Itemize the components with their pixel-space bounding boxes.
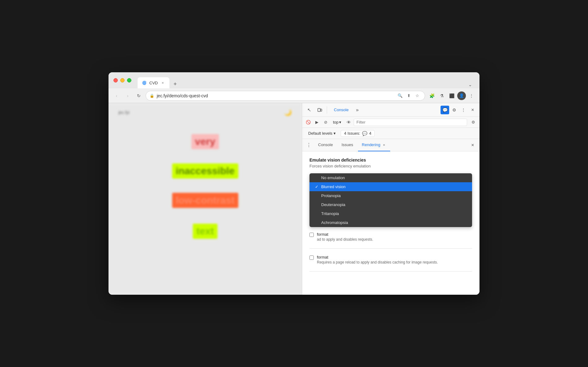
lock-icon: 🔒 — [150, 94, 154, 98]
address-actions: 🔍 ⬆ ☆ — [396, 92, 421, 99]
toolbar-separator — [327, 106, 327, 114]
checkbox-1-desc: ad to apply and disables requests. — [317, 237, 373, 242]
tab-title: CVD — [149, 81, 158, 85]
dropdown-option-protanopia[interactable]: Protanopia — [309, 191, 472, 200]
top-context-select[interactable]: top ▾ — [330, 119, 344, 125]
issues-bar: Default levels ▾ 4 Issues: 💬 4 — [302, 128, 479, 139]
refresh-button[interactable]: ↻ — [134, 91, 143, 100]
message-button[interactable]: 💬 — [441, 106, 449, 114]
minimize-traffic-light[interactable] — [120, 78, 125, 82]
text-text: text — [193, 224, 218, 239]
vision-dropdown-open: No emulation ✓ Blurred vision Protanopia — [309, 173, 472, 227]
page-logo: jec.fyi — [118, 110, 130, 115]
dropdown-option-blurred-vision[interactable]: ✓ Blurred vision — [309, 182, 472, 191]
issues-icon: 💬 — [362, 131, 367, 136]
dropdown-option-achromatopsia[interactable]: Achromatopsia — [309, 218, 472, 227]
page-content: jec.fyi 🌙 very inaccessible low-contrast… — [109, 103, 302, 295]
checkbox-2[interactable] — [309, 255, 314, 260]
issues-number: 4 — [369, 131, 371, 136]
checkbox-row-2: format Requires a page reload to apply a… — [309, 255, 472, 265]
menu-icon[interactable]: ⋮ — [467, 91, 476, 100]
sub-tab-more-button[interactable]: ⋮ — [305, 141, 313, 150]
device-toggle-button[interactable] — [315, 105, 324, 115]
rendering-tab-close[interactable]: × — [381, 142, 386, 147]
dropdown-option-tritanopia[interactable]: Tritanopia — [309, 209, 472, 218]
checkbox-row-1: format ad to apply and disables requests… — [309, 232, 472, 242]
inspect-element-button[interactable]: ↖ — [305, 105, 314, 115]
split-view-icon[interactable]: ⬛ — [447, 91, 456, 100]
checkbox-2-text: format Requires a page reload to apply a… — [317, 255, 438, 265]
title-bar: 🌀 CVD × + ⌄ — [109, 72, 479, 88]
devtools-right-actions: 💬 ⚙ ⋮ × — [441, 106, 477, 114]
top-dropdown-arrow: ▾ — [339, 120, 341, 124]
clear-console-button[interactable]: 🚫 — [305, 119, 312, 126]
more-options-button[interactable]: ⋮ — [459, 106, 468, 114]
devtools-toolbar: ↖ Console » 💬 ⚙ ⋮ — [302, 103, 479, 117]
checkbox-1[interactable] — [309, 233, 314, 237]
devtools-close-button[interactable]: × — [468, 106, 477, 114]
console-tab[interactable]: Console — [330, 106, 353, 114]
eye-button[interactable]: 👁 — [345, 119, 352, 126]
moon-icon: 🌙 — [284, 109, 292, 116]
devtools-panel: ↖ Console » 💬 ⚙ ⋮ — [302, 103, 479, 295]
profile-button[interactable]: 👤 — [457, 91, 466, 100]
extensions-icon[interactable]: 🧩 — [428, 91, 436, 100]
checkbox-2-desc: Requires a page reload to apply and disa… — [317, 259, 438, 265]
run-button[interactable]: ▶ — [313, 119, 321, 126]
checkbox-section-2: format Requires a page reload to apply a… — [309, 255, 472, 272]
main-area: jec.fyi 🌙 very inaccessible low-contrast… — [109, 103, 479, 295]
more-tabs-button[interactable]: » — [353, 106, 362, 114]
maximize-traffic-light[interactable] — [127, 78, 131, 82]
dropdown-option-no-emulation[interactable]: No emulation — [309, 173, 472, 182]
svg-rect-0 — [318, 108, 320, 112]
lab-icon[interactable]: ⚗ — [437, 91, 446, 100]
dropdown-option-deuteranopia[interactable]: Deuteranopia — [309, 200, 472, 209]
top-context-label: top — [333, 120, 339, 124]
filter-input[interactable] — [354, 119, 467, 126]
sub-tab-rendering[interactable]: Rendering × — [358, 139, 390, 151]
sub-tabs-bar: ⋮ Console Issues Rendering × × — [302, 139, 479, 151]
url-text: jec.fyi/demo/cds-quest-cvd — [157, 93, 394, 98]
close-traffic-light[interactable] — [113, 78, 118, 82]
text-low-contrast: low-contrast — [172, 193, 238, 208]
checkbox-section-1: format ad to apply and disables requests… — [309, 232, 472, 249]
text-inaccessible: inaccessible — [172, 163, 238, 179]
new-tab-button[interactable]: + — [171, 80, 179, 88]
sub-tab-console[interactable]: Console — [314, 139, 337, 151]
checkbox-1-text: format ad to apply and disables requests… — [317, 232, 373, 242]
vision-deficiencies-desc: Forces vision deficiency emulation — [309, 164, 472, 168]
rendering-content: Emulate vision deficiencies Forces visio… — [302, 151, 479, 295]
sub-tab-issues[interactable]: Issues — [338, 139, 357, 151]
nav-right-buttons: 🧩 ⚗ ⬛ 👤 ⋮ — [428, 91, 476, 100]
default-levels-button[interactable]: Default levels ▾ — [306, 130, 338, 136]
text-very: very — [191, 134, 219, 149]
block-button[interactable]: ⊘ — [322, 119, 329, 126]
vision-dropdown-container: No emulation ✓ Blurred vision Protanopia — [309, 173, 472, 227]
tabs-bar: 🌀 CVD × + ⌄ — [138, 72, 475, 88]
forward-button[interactable]: › — [123, 91, 132, 100]
issues-count-badge[interactable]: 4 Issues: 💬 4 — [341, 130, 375, 137]
console-settings-button[interactable]: ⚙ — [470, 119, 477, 126]
tab-favicon: 🌀 — [142, 80, 147, 85]
address-bar[interactable]: 🔒 jec.fyi/demo/cds-quest-cvd 🔍 ⬆ ☆ — [146, 91, 425, 101]
sub-tabs-close-button[interactable]: × — [468, 141, 477, 150]
traffic-lights — [113, 78, 131, 82]
tab-menu-button[interactable]: ⌄ — [466, 81, 475, 88]
devtools-main-tabs: Console » — [330, 106, 439, 114]
device-icon — [317, 108, 322, 112]
issues-count-text: 4 Issues: — [344, 131, 360, 136]
share-icon[interactable]: ⬆ — [405, 92, 412, 99]
checkbox-2-label: format — [317, 255, 438, 259]
active-tab[interactable]: 🌀 CVD × — [138, 77, 169, 88]
svg-rect-1 — [321, 109, 322, 111]
checkbox-1-label: format — [317, 232, 373, 237]
tab-close-button[interactable]: × — [160, 80, 165, 85]
settings-button[interactable]: ⚙ — [450, 106, 458, 114]
vision-deficiencies-title: Emulate vision deficiencies — [309, 158, 472, 162]
back-button[interactable]: ‹ — [112, 91, 121, 100]
navigation-bar: ‹ › ↻ 🔒 jec.fyi/demo/cds-quest-cvd 🔍 ⬆ ☆… — [109, 88, 479, 103]
bookmark-icon[interactable]: ☆ — [414, 92, 421, 99]
console-toolbar: 🚫 ▶ ⊘ top ▾ 👁 ⚙ — [302, 117, 479, 128]
browser-window: 🌀 CVD × + ⌄ ‹ › ↻ 🔒 jec.fyi/demo/cds-que… — [109, 72, 479, 295]
search-icon[interactable]: 🔍 — [396, 92, 404, 99]
